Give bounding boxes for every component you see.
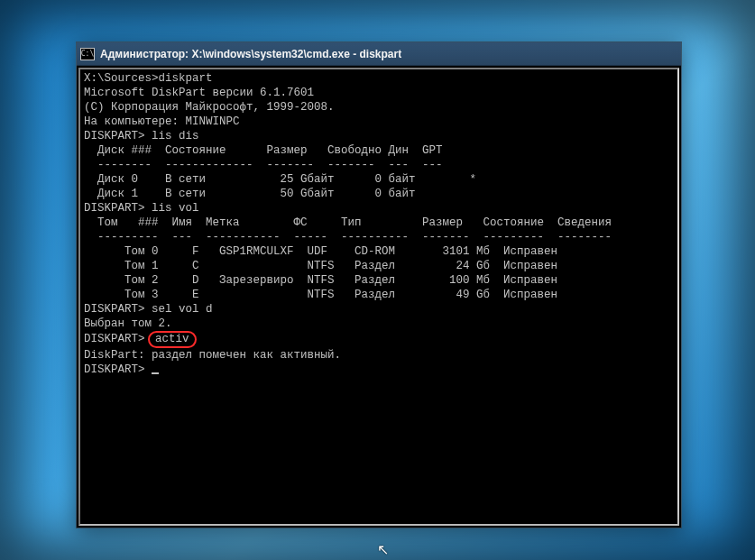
console-line: DISKPART> lis vol [84,201,674,216]
prompt-text: DISKPART> [84,363,152,376]
console-window: C:\ Администратор: X:\windows\system32\c… [76,41,682,528]
highlighted-command: activ [148,331,197,348]
console-line: DiskPart: раздел помечен как активный. [84,348,674,363]
console-line: Том 0 F GSP1RMCULXF UDF CD-ROM 3101 Mб И… [84,244,674,259]
console-line: На компьютере: MINWINPC [84,115,674,129]
mouse-cursor-icon: ↖ [377,541,389,558]
console-line: DISKPART> [84,363,674,377]
console-line: DISKPART> sel vol d [84,302,674,317]
console-line: DISKPART> lis dis [84,129,674,143]
console-body[interactable]: X:\Sources>diskpart Microsoft DiskPart в… [78,68,679,526]
console-line: Выбран том 2. [84,317,674,331]
console-line: DISKPART> activ [84,331,674,348]
console-line: Диск ### Состояние Размер Свободно Дин G… [84,143,674,158]
text-cursor [152,372,159,374]
console-line: Том 2 D Зарезервиро NTFS Раздел 100 Mб И… [84,273,674,288]
titlebar[interactable]: C:\ Администратор: X:\windows\system32\c… [77,42,681,66]
prompt-text: DISKPART> [84,333,145,345]
console-line: Microsoft DiskPart версии 6.1.7601 [84,86,674,100]
system-menu-icon[interactable]: C:\ [80,48,95,60]
console-line: X:\Sources>diskpart [84,71,674,86]
window-title: Администратор: X:\windows\system32\cmd.e… [100,48,401,60]
cmd-icon-label: C:\ [81,50,94,58]
console-line: Том 3 E NTFS Раздел 49 Gб Исправен [84,288,674,302]
console-line: --------- --- ----------- ----- --------… [84,230,674,244]
console-line: Том 1 C NTFS Раздел 24 Gб Исправен [84,259,674,273]
console-line: (C) Корпорация Майкрософт, 1999-2008. [84,100,674,115]
console-line: Диск 1 В сети 50 Gбайт 0 байт [84,187,674,201]
console-line: -------- ------------- ------- ------- -… [84,158,674,172]
console-line: Диск 0 В сети 25 Gбайт 0 байт * [84,172,674,187]
console-line: Том ### Имя Метка ФС Тип Размер Состояни… [84,216,674,230]
